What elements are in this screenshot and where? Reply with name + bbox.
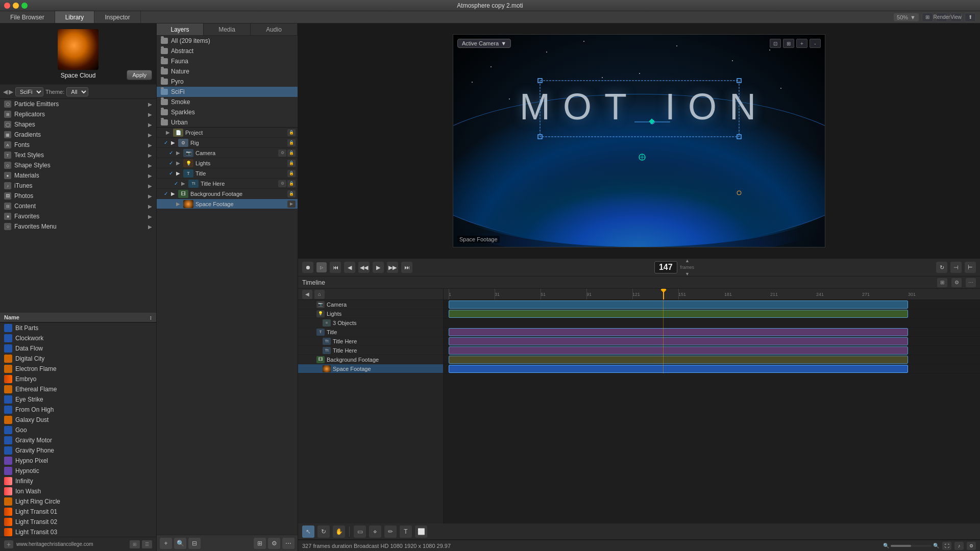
tool-rotate-btn[interactable]: ↻ — [317, 525, 330, 538]
maximize-button[interactable] — [21, 3, 28, 9]
layer-rig[interactable]: ✓ ▶ ⚙ Rig 🔒 — [157, 138, 298, 148]
prev-frame-btn[interactable]: ◀ — [344, 262, 355, 273]
folder-abstract[interactable]: Abstract — [157, 46, 298, 56]
record-btn[interactable]: ⏺ — [302, 262, 313, 273]
rig-expand[interactable]: ▶ — [171, 140, 178, 145]
tab-file-browser[interactable]: File Browser — [0, 11, 55, 23]
timeline-settings-btn[interactable]: ⚙ — [951, 278, 962, 287]
name-item-goo[interactable]: Goo — [0, 425, 156, 435]
folder-all[interactable]: All (209 items) — [157, 36, 298, 46]
folder-sparkles[interactable]: Sparkles — [157, 107, 298, 117]
tl-back-btn[interactable]: ◀ — [302, 290, 312, 299]
canvas-zoom-in-icon[interactable]: + — [796, 39, 807, 48]
name-item-clockwork[interactable]: Clockwork — [0, 333, 156, 343]
view-btn[interactable]: View — [950, 13, 962, 22]
timeline-grid-btn[interactable]: ⊞ — [937, 278, 947, 287]
lib-item-particle-emitters[interactable]: ⬡ Particle Emitters ▶ — [0, 99, 156, 109]
tl-home-btn[interactable]: ⌂ — [314, 290, 325, 299]
name-item-infinity[interactable]: Infinity — [0, 476, 156, 486]
name-item-from-on-high[interactable]: From On High — [0, 405, 156, 415]
layer-lights[interactable]: ✓ ▶ 💡 Lights 🔒 — [157, 158, 298, 168]
title-here-expand[interactable]: ▶ — [181, 181, 188, 186]
title-expand[interactable]: ▶ — [176, 170, 183, 176]
search-layer-btn[interactable]: 🔍 — [174, 538, 186, 549]
playback-spacer-btn[interactable]: ▷ — [316, 262, 327, 272]
layer-more-btn[interactable]: ⋯ — [282, 538, 295, 549]
name-item-electron-flame[interactable]: Electron Flame — [0, 364, 156, 374]
name-sort-icon[interactable]: ↕ — [150, 314, 153, 320]
folder-urban[interactable]: Urban — [157, 117, 298, 128]
tl-row-space-footage[interactable]: Space Footage — [298, 364, 443, 373]
timeline-more-btn[interactable]: ⋯ — [966, 278, 976, 287]
folder-smoke[interactable]: Smoke — [157, 97, 298, 107]
tab-layers[interactable]: Layers — [157, 23, 204, 35]
theme-selector[interactable]: All — [66, 87, 88, 96]
track-space-footage-bar[interactable] — [449, 365, 908, 373]
tab-audio[interactable]: Audio — [251, 23, 298, 35]
name-item-ethereal-flame[interactable]: Ethereal Flame — [0, 384, 156, 394]
audio-btn[interactable]: ♪ — [954, 542, 964, 550]
tool-pan-btn[interactable]: ✋ — [333, 525, 345, 538]
lights-expand[interactable]: ▶ — [176, 160, 183, 166]
lib-item-photos[interactable]: 🖼 Photos ▶ — [0, 191, 156, 201]
canvas-zoom-out-icon[interactable]: - — [810, 39, 821, 48]
tool-pen-btn[interactable]: ✏ — [384, 525, 397, 538]
close-button[interactable] — [4, 3, 10, 9]
tab-library[interactable]: Library — [55, 11, 95, 23]
lib-item-text-styles[interactable]: T Text Styles ▶ — [0, 150, 156, 160]
add-item-button[interactable]: + — [4, 540, 13, 548]
bg-footage-lock-icon[interactable]: 🔒 — [287, 190, 296, 197]
track-camera-bar[interactable] — [449, 300, 908, 309]
end-btn[interactable]: ⏭ — [401, 262, 412, 273]
layout-btn[interactable]: ⊞ — [922, 13, 933, 22]
name-item-gravity-phone[interactable]: Gravity Phone — [0, 445, 156, 456]
rewind-btn[interactable]: ⏮ — [330, 262, 341, 273]
name-item-digital-city[interactable]: Digital City — [0, 354, 156, 364]
folder-pyro[interactable]: Pyro — [157, 77, 298, 87]
name-item-light-ring-circle[interactable]: Light Ring Circle — [0, 496, 156, 507]
lib-item-shape-styles[interactable]: ◇ Shape Styles ▶ — [0, 160, 156, 170]
track-title-bar[interactable] — [449, 328, 908, 336]
space-footage-expand[interactable]: ▶ — [176, 201, 183, 207]
share-btn[interactable]: ⬆ — [965, 13, 976, 22]
track-title-here-2-bar[interactable] — [449, 346, 908, 355]
name-item-hypno-pixel[interactable]: Hypno Pixel — [0, 456, 156, 466]
nav-back-icon[interactable]: ◀ — [3, 88, 8, 95]
tool-mask-btn[interactable]: ⬜ — [415, 525, 427, 538]
track-bg-footage-bar[interactable] — [449, 356, 908, 364]
goto-in-btn[interactable]: ⊣ — [950, 262, 962, 273]
name-item-eye-strike[interactable]: Eye Strike — [0, 394, 156, 405]
play-reverse-btn[interactable]: ◀◀ — [358, 262, 370, 273]
active-camera-dropdown[interactable]: Active Camera ▼ — [457, 39, 511, 48]
list-view-icon[interactable]: ☰ — [142, 540, 152, 548]
loop-btn[interactable]: ↻ — [936, 262, 947, 273]
layer-options-btn[interactable]: ⊟ — [188, 538, 201, 549]
track-lights-bar[interactable] — [449, 310, 908, 318]
lib-item-favorites[interactable]: ★ Favorites ▶ — [0, 211, 156, 221]
rig-lock-icon[interactable]: 🔒 — [287, 139, 296, 146]
canvas-fit-icon[interactable]: ⊡ — [770, 39, 781, 48]
lib-item-materials[interactable]: ● Materials ▶ — [0, 170, 156, 181]
zoom-slider[interactable] — [891, 545, 932, 547]
settings-status-btn[interactable]: ⚙ — [967, 542, 976, 550]
name-item-light-transit-01[interactable]: Light Transit 01 — [0, 507, 156, 517]
zoom-control[interactable]: 50% ▼ — [894, 13, 919, 21]
folder-scifi[interactable]: SciFi — [157, 87, 298, 97]
lib-item-favorites-menu[interactable]: ☆ Favorites Menu ▶ — [0, 221, 156, 232]
layer-title[interactable]: ✓ ▶ T Title 🔒 — [157, 168, 298, 179]
name-item-data-flow[interactable]: Data Flow — [0, 343, 156, 354]
tool-diamond-btn[interactable]: ⋄ — [369, 525, 381, 538]
library-selector[interactable]: SciFi — [15, 87, 43, 96]
name-item-gravity-motor[interactable]: Gravity Motor — [0, 435, 156, 445]
grid-view-icon[interactable]: ⊞ — [130, 540, 140, 548]
layer-background-footage[interactable]: ✓ ▶ 🎞 Background Footage 🔒 — [157, 189, 298, 199]
tl-row-title[interactable]: T Title — [298, 328, 443, 337]
lights-lock-icon[interactable]: 🔒 — [287, 160, 296, 167]
title-lock-icon[interactable]: 🔒 — [287, 170, 296, 177]
tl-row-title-here-1[interactable]: Tt Title Here — [298, 337, 443, 346]
lib-item-shapes[interactable]: ◯ Shapes ▶ — [0, 119, 156, 130]
project-lock-icon[interactable]: 🔒 — [287, 129, 296, 136]
title-here-lock-icon[interactable]: 🔒 — [287, 180, 296, 187]
canvas-viewport[interactable]: M O T I O N — [453, 34, 825, 247]
name-item-bit-parts[interactable]: Bit Parts — [0, 323, 156, 333]
